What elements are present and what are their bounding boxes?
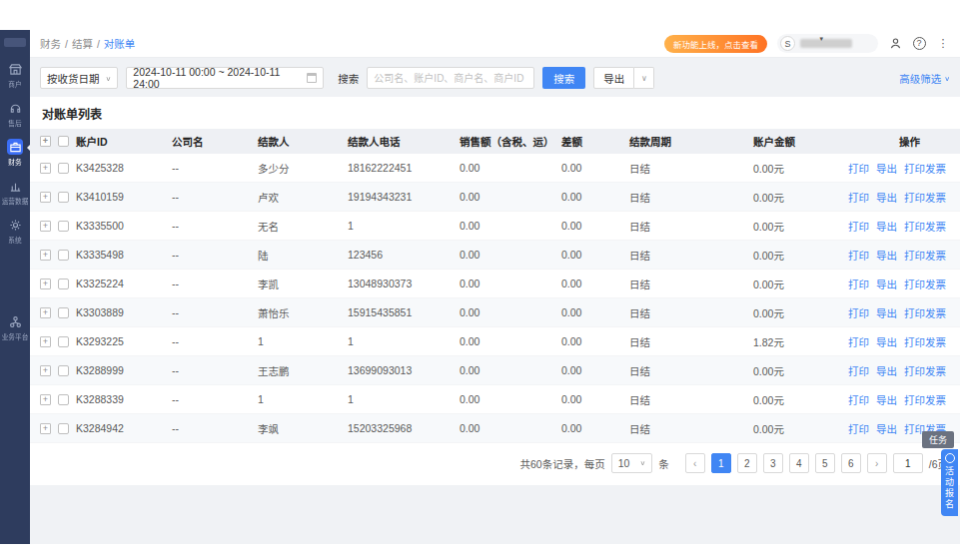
export-link[interactable]: 导出 — [876, 277, 897, 291]
row-checkbox[interactable] — [58, 279, 69, 289]
expand-row-icon[interactable]: + — [40, 336, 51, 347]
page-jump-input[interactable] — [893, 453, 923, 473]
sidebar-item-finance[interactable]: 财务 — [0, 139, 30, 167]
ribbon-label: 活动报名 — [943, 466, 956, 510]
row-checkbox[interactable] — [58, 423, 69, 434]
sidebar: 商户 售后 财务 运营数据 — [0, 30, 30, 544]
page-button-3[interactable]: 3 — [763, 453, 783, 473]
export-button[interactable]: 导出 — [593, 67, 634, 89]
expand-row-icon[interactable]: + — [40, 365, 51, 376]
cell-phone: 13048930373 — [348, 278, 460, 289]
cell-diff: 0.00 — [561, 278, 629, 289]
expand-row-icon[interactable]: + — [40, 163, 51, 174]
row-checkbox[interactable] — [58, 192, 69, 203]
export-dropdown-button[interactable]: ∨ — [634, 67, 654, 89]
table-row: + K3288999 -- 王志鹏 13699093013 0.00 0.00 … — [30, 356, 960, 385]
date-range-input[interactable]: 2024-10-11 00:00 ~ 2024-10-11 24:00 — [126, 67, 324, 89]
print-invoice-link[interactable]: 打印发票 — [904, 161, 946, 176]
support-icon[interactable] — [888, 37, 902, 51]
more-icon[interactable]: ⋮ — [936, 37, 950, 51]
export-link[interactable]: 导出 — [876, 392, 897, 407]
task-tab[interactable]: 任务 — [922, 431, 954, 448]
print-link[interactable]: 打印 — [848, 161, 869, 176]
export-link[interactable]: 导出 — [876, 421, 897, 436]
advanced-filter-link[interactable]: 高级筛选 ∨ — [899, 71, 950, 86]
expand-row-icon[interactable]: + — [40, 423, 51, 434]
expand-row-icon[interactable]: + — [40, 394, 51, 405]
service-ribbon[interactable]: 活动报名 — [941, 449, 958, 516]
page-button-4[interactable]: 4 — [789, 453, 809, 473]
sidebar-item-system[interactable]: 系统 — [0, 217, 30, 245]
export-link[interactable]: 导出 — [876, 161, 897, 176]
sidebar-item-label: 运营数据 — [2, 196, 29, 206]
col-header-payer: 结款人 — [258, 134, 348, 149]
user-pill[interactable]: S ▾ — [777, 34, 878, 53]
breadcrumb-finance[interactable]: 财务 — [40, 36, 61, 51]
row-checkbox[interactable] — [58, 221, 69, 232]
print-invoice-link[interactable]: 打印发票 — [904, 248, 946, 263]
expand-row-icon[interactable]: + — [40, 250, 51, 261]
col-header-balance: 账户金额 — [753, 134, 861, 149]
select-all-checkbox[interactable] — [58, 136, 69, 147]
sidebar-item-aftersales[interactable]: 售后 — [0, 100, 30, 128]
print-invoice-link[interactable]: 打印发票 — [904, 392, 946, 407]
export-link[interactable]: 导出 — [876, 248, 897, 263]
page-size-select[interactable]: 10 ∨ — [611, 453, 653, 473]
search-button[interactable]: 搜索 — [542, 67, 585, 89]
search-input[interactable] — [367, 67, 534, 89]
wallet-icon — [7, 139, 23, 155]
breadcrumb-current: 对账单 — [104, 36, 136, 51]
row-checkbox[interactable] — [58, 163, 69, 174]
export-link[interactable]: 导出 — [876, 363, 897, 378]
top-bar: 财务 / 结算 / 对账单 新功能上线，点击查看 S ▾ — [30, 30, 960, 58]
print-invoice-link[interactable]: 打印发票 — [904, 305, 946, 320]
prev-page-button[interactable]: ‹ — [685, 453, 705, 473]
page-button-5[interactable]: 5 — [815, 453, 835, 473]
expand-all-icon[interactable]: + — [40, 136, 51, 147]
page-button-2[interactable]: 2 — [737, 453, 757, 473]
row-checkbox[interactable] — [58, 365, 69, 376]
new-feature-badge[interactable]: 新功能上线，点击查看 — [664, 35, 767, 53]
print-link[interactable]: 打印 — [848, 363, 869, 378]
export-link[interactable]: 导出 — [876, 190, 897, 205]
row-checkbox[interactable] — [58, 250, 69, 261]
expand-row-icon[interactable]: + — [40, 221, 51, 232]
row-checkbox[interactable] — [58, 394, 69, 405]
print-link[interactable]: 打印 — [848, 334, 869, 349]
page-button-6[interactable]: 6 — [841, 453, 861, 473]
print-link[interactable]: 打印 — [848, 248, 869, 263]
print-invoice-link[interactable]: 打印发票 — [904, 334, 946, 349]
breadcrumb-settlement[interactable]: 结算 — [72, 36, 93, 51]
print-invoice-link[interactable]: 打印发票 — [904, 190, 946, 205]
cell-balance: 1.82元 — [753, 334, 861, 349]
next-page-button[interactable]: › — [867, 453, 887, 473]
print-link[interactable]: 打印 — [848, 219, 869, 234]
table-row: + K3410159 -- 卢欢 19194343231 0.00 0.00 日… — [30, 183, 960, 212]
export-link[interactable]: 导出 — [876, 334, 897, 349]
sidebar-item-business-platform[interactable]: 业务平台 — [0, 313, 30, 341]
print-invoice-link[interactable]: 打印发票 — [904, 277, 946, 291]
export-link[interactable]: 导出 — [876, 219, 897, 234]
expand-row-icon[interactable]: + — [40, 307, 51, 318]
sidebar-item-operations-data[interactable]: 运营数据 — [0, 178, 30, 206]
print-link[interactable]: 打印 — [848, 277, 869, 291]
print-invoice-link[interactable]: 打印发票 — [904, 363, 946, 378]
pagination: 共60条记录，每页 10 ∨ 条 ‹ 1 2 3 4 5 6 › — [30, 443, 960, 485]
print-link[interactable]: 打印 — [848, 305, 869, 320]
row-checkbox[interactable] — [58, 307, 69, 318]
print-link[interactable]: 打印 — [848, 421, 869, 436]
print-invoice-link[interactable]: 打印发票 — [904, 219, 946, 234]
page-button-1[interactable]: 1 — [711, 453, 731, 473]
export-link[interactable]: 导出 — [876, 305, 897, 320]
date-type-select[interactable]: 按收货日期 ∨ — [40, 67, 118, 89]
print-link[interactable]: 打印 — [848, 392, 869, 407]
print-link[interactable]: 打印 — [848, 190, 869, 205]
sidebar-item-merchant[interactable]: 商户 — [0, 61, 30, 89]
expand-row-icon[interactable]: + — [40, 192, 51, 203]
expand-row-icon[interactable]: + — [40, 279, 51, 289]
help-icon[interactable]: ? — [912, 37, 926, 51]
cell-balance: 0.00元 — [753, 190, 861, 205]
pager: ‹ 1 2 3 4 5 6 › — [685, 453, 887, 473]
row-checkbox[interactable] — [58, 336, 69, 347]
page-title: 对账单列表 — [30, 97, 960, 129]
